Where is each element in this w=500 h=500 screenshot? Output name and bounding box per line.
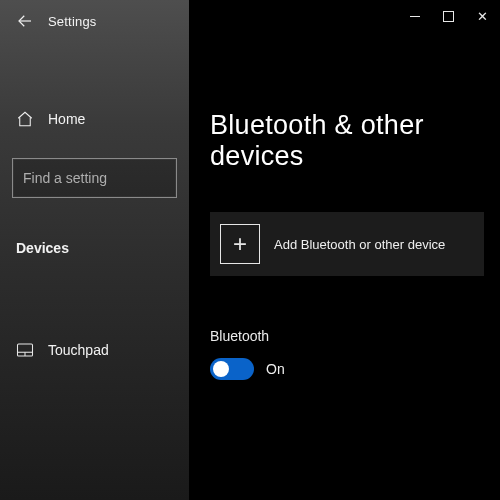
add-device-button[interactable]: Add Bluetooth or other device [210, 212, 484, 276]
back-button[interactable] [16, 12, 34, 30]
sidebar-section-devices: Devices [0, 240, 189, 256]
sidebar-home[interactable]: Home [0, 104, 189, 134]
main-panel: Bluetooth & other devices Add Bluetooth … [190, 0, 500, 500]
sidebar-header: Settings [0, 0, 189, 40]
bluetooth-toggle-row: On [190, 344, 500, 380]
bluetooth-toggle-state: On [266, 361, 285, 377]
sidebar-item-touchpad[interactable]: Touchpad [0, 336, 189, 364]
toggle-knob [213, 361, 229, 377]
bluetooth-section-label: Bluetooth [190, 276, 500, 344]
maximize-button[interactable] [443, 11, 454, 22]
close-button[interactable] [472, 6, 492, 26]
bluetooth-toggle[interactable] [210, 358, 254, 380]
search-input[interactable] [23, 170, 198, 186]
home-icon [16, 110, 34, 128]
arrow-left-icon [16, 12, 34, 30]
touchpad-icon [16, 342, 34, 358]
app-title: Settings [48, 14, 97, 29]
sidebar-item-label: Touchpad [48, 342, 109, 358]
sidebar-home-label: Home [48, 111, 85, 127]
settings-sidebar: Settings Home Devices Touchp [0, 0, 190, 500]
search-box[interactable] [12, 158, 177, 198]
plus-icon [220, 224, 260, 264]
add-device-label: Add Bluetooth or other device [274, 237, 445, 252]
minimize-button[interactable] [405, 6, 425, 26]
window-controls [405, 6, 492, 26]
